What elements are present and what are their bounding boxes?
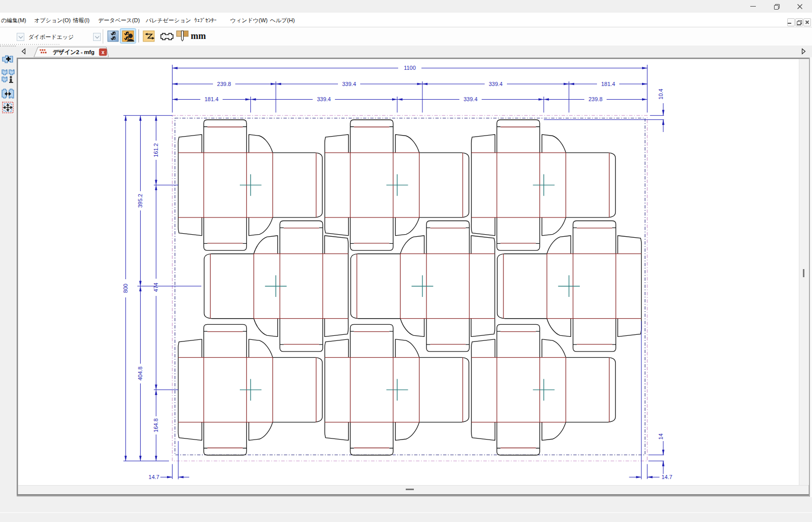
svg-text:474: 474 (153, 283, 159, 292)
svg-text:164.8: 164.8 (153, 418, 159, 432)
svg-text:395.2: 395.2 (137, 194, 143, 208)
svg-text:1100: 1100 (404, 65, 416, 71)
svg-text:181.4: 181.4 (601, 81, 615, 87)
svg-text:339.4: 339.4 (342, 81, 356, 87)
svg-text:239.8: 239.8 (588, 96, 603, 102)
svg-text:404.8: 404.8 (137, 367, 143, 381)
svg-text:14.7: 14.7 (662, 474, 672, 480)
svg-text:14.7: 14.7 (149, 474, 159, 480)
svg-text:10.4: 10.4 (658, 89, 664, 99)
svg-text:239.8: 239.8 (217, 81, 231, 87)
svg-text:181.4: 181.4 (204, 96, 219, 102)
svg-text:339.4: 339.4 (317, 96, 331, 102)
svg-text:339.4: 339.4 (489, 81, 503, 87)
svg-text:800: 800 (122, 284, 129, 293)
svg-text:14: 14 (658, 433, 664, 440)
svg-text:161.2: 161.2 (153, 143, 159, 157)
svg-text:339.4: 339.4 (463, 96, 478, 102)
